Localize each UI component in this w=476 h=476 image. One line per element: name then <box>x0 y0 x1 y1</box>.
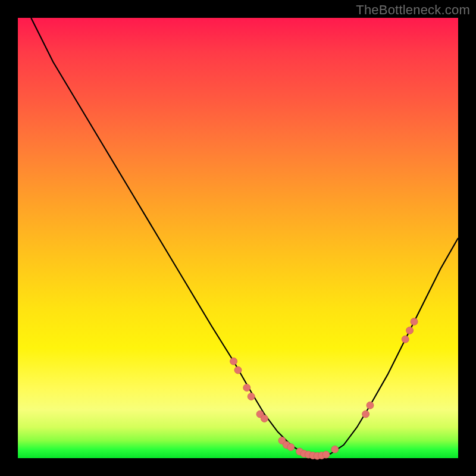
curve-marker <box>243 384 250 392</box>
watermark-text: TheBottleneck.com <box>356 2 470 18</box>
curve-marker <box>261 415 268 422</box>
bottleneck-curve-svg <box>18 18 458 458</box>
curve-marker <box>411 318 418 325</box>
curve-marker <box>362 411 369 418</box>
curve-marker <box>322 451 330 458</box>
curve-marker <box>402 336 409 343</box>
curve-marker <box>248 393 255 400</box>
chart-frame: TheBottleneck.com <box>0 0 476 476</box>
curve-marker <box>331 446 339 453</box>
curve-marker <box>234 367 242 374</box>
curve-marker <box>230 358 237 365</box>
curve-marker <box>406 327 414 334</box>
curve-markers <box>230 318 418 460</box>
curve-marker <box>287 444 295 451</box>
curve-marker <box>367 402 374 409</box>
